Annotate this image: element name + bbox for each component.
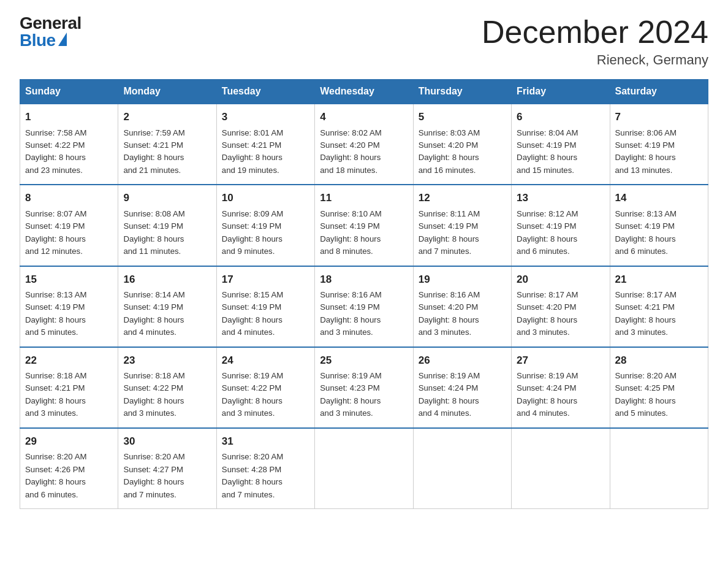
calendar-week-row: 1Sunrise: 7:58 AMSunset: 4:22 PMDaylight… [20, 104, 708, 185]
day-number: 6 [517, 109, 604, 125]
calendar-day-cell: 31Sunrise: 8:20 AMSunset: 4:28 PMDayligh… [216, 428, 314, 509]
day-number: 7 [615, 109, 703, 125]
calendar-day-cell: 2Sunrise: 7:59 AMSunset: 4:21 PMDaylight… [118, 104, 216, 185]
day-info: Sunrise: 8:17 AMSunset: 4:21 PMDaylight:… [615, 289, 703, 339]
calendar-table: SundayMondayTuesdayWednesdayThursdayFrid… [20, 79, 708, 509]
day-number: 4 [320, 109, 408, 125]
day-number: 3 [222, 109, 309, 125]
day-info: Sunrise: 8:02 AMSunset: 4:20 PMDaylight:… [320, 127, 408, 177]
day-number: 22 [25, 353, 113, 369]
logo-blue-text: Blue [20, 32, 67, 49]
day-info: Sunrise: 8:19 AMSunset: 4:24 PMDaylight:… [517, 370, 604, 420]
day-info: Sunrise: 8:20 AMSunset: 4:25 PMDaylight:… [615, 370, 703, 420]
day-number: 10 [222, 190, 309, 206]
day-info: Sunrise: 8:03 AMSunset: 4:20 PMDaylight:… [419, 127, 506, 177]
day-info: Sunrise: 8:18 AMSunset: 4:21 PMDaylight:… [25, 370, 113, 420]
calendar-day-cell: 6Sunrise: 8:04 AMSunset: 4:19 PMDaylight… [512, 104, 610, 185]
title-block: December 2024 Rieneck, Germany [482, 15, 708, 68]
day-number: 5 [419, 109, 506, 125]
day-number: 21 [615, 272, 703, 288]
day-number: 16 [123, 272, 211, 288]
col-header-friday: Friday [512, 80, 610, 104]
day-number: 19 [419, 272, 506, 288]
day-info: Sunrise: 8:19 AMSunset: 4:23 PMDaylight:… [320, 370, 408, 420]
day-number: 26 [419, 353, 506, 369]
day-info: Sunrise: 8:13 AMSunset: 4:19 PMDaylight:… [25, 289, 113, 339]
calendar-day-cell: 24Sunrise: 8:19 AMSunset: 4:22 PMDayligh… [216, 347, 314, 428]
day-number: 25 [320, 353, 408, 369]
logo-general-text: General [20, 15, 82, 32]
col-header-tuesday: Tuesday [216, 80, 314, 104]
day-number: 8 [25, 190, 113, 206]
calendar-day-cell: 1Sunrise: 7:58 AMSunset: 4:22 PMDaylight… [20, 104, 118, 185]
col-header-thursday: Thursday [413, 80, 511, 104]
day-info: Sunrise: 8:04 AMSunset: 4:19 PMDaylight:… [517, 127, 604, 177]
calendar-day-cell: 19Sunrise: 8:16 AMSunset: 4:20 PMDayligh… [413, 266, 511, 347]
calendar-week-row: 8Sunrise: 8:07 AMSunset: 4:19 PMDaylight… [20, 185, 708, 266]
calendar-day-cell: 18Sunrise: 8:16 AMSunset: 4:19 PMDayligh… [315, 266, 413, 347]
calendar-day-cell: 17Sunrise: 8:15 AMSunset: 4:19 PMDayligh… [216, 266, 314, 347]
day-number: 14 [615, 190, 703, 206]
calendar-day-cell: 22Sunrise: 8:18 AMSunset: 4:21 PMDayligh… [20, 347, 118, 428]
day-info: Sunrise: 8:11 AMSunset: 4:19 PMDaylight:… [419, 208, 506, 258]
day-number: 29 [25, 434, 113, 450]
day-info: Sunrise: 8:17 AMSunset: 4:20 PMDaylight:… [517, 289, 604, 339]
calendar-day-cell: 27Sunrise: 8:19 AMSunset: 4:24 PMDayligh… [512, 347, 610, 428]
day-info: Sunrise: 8:18 AMSunset: 4:22 PMDaylight:… [123, 370, 211, 420]
calendar-day-cell: 23Sunrise: 8:18 AMSunset: 4:22 PMDayligh… [118, 347, 216, 428]
day-info: Sunrise: 8:19 AMSunset: 4:22 PMDaylight:… [222, 370, 309, 420]
col-header-sunday: Sunday [20, 80, 118, 104]
calendar-day-cell: 8Sunrise: 8:07 AMSunset: 4:19 PMDaylight… [20, 185, 118, 266]
day-info: Sunrise: 8:20 AMSunset: 4:28 PMDaylight:… [222, 451, 309, 501]
calendar-day-cell: 25Sunrise: 8:19 AMSunset: 4:23 PMDayligh… [315, 347, 413, 428]
day-info: Sunrise: 8:06 AMSunset: 4:19 PMDaylight:… [615, 127, 703, 177]
day-info: Sunrise: 8:20 AMSunset: 4:27 PMDaylight:… [123, 451, 211, 501]
day-info: Sunrise: 7:59 AMSunset: 4:21 PMDaylight:… [123, 127, 211, 177]
calendar-day-cell: 13Sunrise: 8:12 AMSunset: 4:19 PMDayligh… [512, 185, 610, 266]
calendar-day-cell [315, 428, 413, 509]
day-number: 2 [123, 109, 211, 125]
calendar-day-cell: 14Sunrise: 8:13 AMSunset: 4:19 PMDayligh… [610, 185, 708, 266]
calendar-day-cell: 15Sunrise: 8:13 AMSunset: 4:19 PMDayligh… [20, 266, 118, 347]
day-number: 20 [517, 272, 604, 288]
calendar-day-cell: 30Sunrise: 8:20 AMSunset: 4:27 PMDayligh… [118, 428, 216, 509]
day-number: 11 [320, 190, 408, 206]
logo: General Blue [20, 15, 82, 49]
day-number: 27 [517, 353, 604, 369]
day-number: 9 [123, 190, 211, 206]
day-number: 28 [615, 353, 703, 369]
page-header: General Blue December 2024 Rieneck, Germ… [20, 15, 708, 68]
calendar-day-cell: 26Sunrise: 8:19 AMSunset: 4:24 PMDayligh… [413, 347, 511, 428]
day-info: Sunrise: 8:16 AMSunset: 4:19 PMDaylight:… [320, 289, 408, 339]
calendar-day-cell: 12Sunrise: 8:11 AMSunset: 4:19 PMDayligh… [413, 185, 511, 266]
day-info: Sunrise: 8:13 AMSunset: 4:19 PMDaylight:… [615, 208, 703, 258]
day-number: 31 [222, 434, 309, 450]
calendar-day-cell: 10Sunrise: 8:09 AMSunset: 4:19 PMDayligh… [216, 185, 314, 266]
calendar-day-cell: 5Sunrise: 8:03 AMSunset: 4:20 PMDaylight… [413, 104, 511, 185]
calendar-day-cell [610, 428, 708, 509]
calendar-header-row: SundayMondayTuesdayWednesdayThursdayFrid… [20, 80, 708, 104]
day-number: 18 [320, 272, 408, 288]
day-info: Sunrise: 8:10 AMSunset: 4:19 PMDaylight:… [320, 208, 408, 258]
calendar-day-cell: 28Sunrise: 8:20 AMSunset: 4:25 PMDayligh… [610, 347, 708, 428]
day-number: 24 [222, 353, 309, 369]
calendar-day-cell: 7Sunrise: 8:06 AMSunset: 4:19 PMDaylight… [610, 104, 708, 185]
month-title: December 2024 [482, 15, 708, 50]
day-info: Sunrise: 8:19 AMSunset: 4:24 PMDaylight:… [419, 370, 506, 420]
day-number: 13 [517, 190, 604, 206]
day-info: Sunrise: 8:01 AMSunset: 4:21 PMDaylight:… [222, 127, 309, 177]
day-info: Sunrise: 8:14 AMSunset: 4:19 PMDaylight:… [123, 289, 211, 339]
calendar-day-cell: 29Sunrise: 8:20 AMSunset: 4:26 PMDayligh… [20, 428, 118, 509]
calendar-day-cell: 11Sunrise: 8:10 AMSunset: 4:19 PMDayligh… [315, 185, 413, 266]
day-info: Sunrise: 8:09 AMSunset: 4:19 PMDaylight:… [222, 208, 309, 258]
day-info: Sunrise: 8:15 AMSunset: 4:19 PMDaylight:… [222, 289, 309, 339]
col-header-wednesday: Wednesday [315, 80, 413, 104]
day-info: Sunrise: 8:16 AMSunset: 4:20 PMDaylight:… [419, 289, 506, 339]
col-header-monday: Monday [118, 80, 216, 104]
calendar-day-cell: 20Sunrise: 8:17 AMSunset: 4:20 PMDayligh… [512, 266, 610, 347]
location-title: Rieneck, Germany [482, 52, 708, 68]
day-number: 30 [123, 434, 211, 450]
logo-triangle-icon [58, 33, 67, 46]
calendar-week-row: 29Sunrise: 8:20 AMSunset: 4:26 PMDayligh… [20, 428, 708, 509]
calendar-day-cell: 4Sunrise: 8:02 AMSunset: 4:20 PMDaylight… [315, 104, 413, 185]
